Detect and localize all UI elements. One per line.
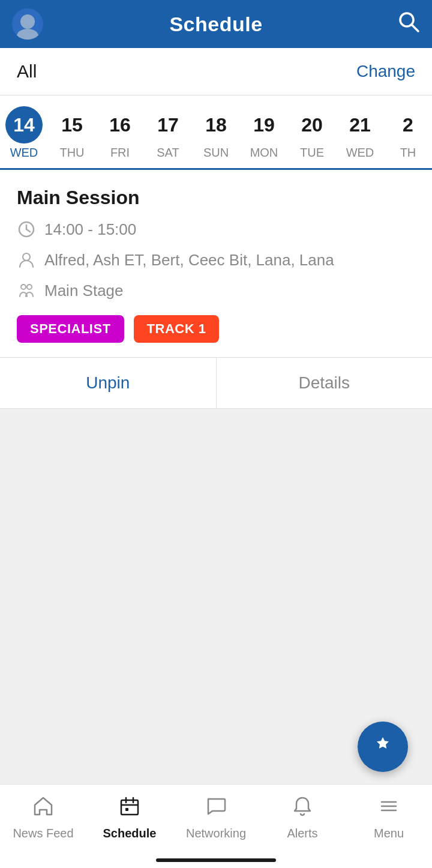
nav-label: Alerts [287,827,317,840]
filter-change-button[interactable]: Change [356,62,415,81]
nav-label: News Feed [13,827,73,840]
session-location-row: Main Stage [17,281,415,303]
filter-bar: All Change [0,48,432,95]
calendar-day-14[interactable]: 14 WED [0,106,48,168]
bottom-navigation: News Feed Schedule Networking Alerts Men… [0,784,432,868]
svg-line-6 [26,229,30,232]
session-speakers-row: Alfred, Ash ET, Bert, Ceec Bit, Lana, La… [17,250,415,273]
nav-label: Menu [374,827,404,840]
bookmark-icon [371,732,395,761]
calendar-day-18[interactable]: 18 SUN [192,106,240,168]
cal-day-number: 16 [101,106,139,143]
app-header: Schedule [0,0,432,48]
page-title: Schedule [169,13,262,36]
session-location: Main Stage [44,281,124,301]
cal-day-label: THU [59,146,84,160]
details-button[interactable]: Details [217,358,433,408]
calendar-day-19[interactable]: 19 MON [240,106,288,168]
cal-day-label: MON [250,146,278,160]
search-icon[interactable] [397,10,420,38]
cal-day-label: SAT [157,146,179,160]
svg-point-0 [20,14,35,29]
calendar-day-15[interactable]: 15 THU [48,106,96,168]
cal-day-number: 21 [341,106,379,143]
nav-item-menu[interactable]: Menu [346,794,432,840]
session-tags: SPECIALISTTRACK 1 [17,315,415,357]
nav-item-alerts[interactable]: Alerts [259,794,346,840]
calendar-day-20[interactable]: 20 TUE [288,106,336,168]
cal-day-number: 15 [53,106,91,143]
svg-point-9 [27,285,32,289]
session-tag-track1: TRACK 1 [134,315,220,343]
session-speakers: Alfred, Ash ET, Bert, Ceec Bit, Lana, La… [44,250,334,271]
cal-day-number: 2 [389,106,427,143]
nav-item-schedule[interactable]: Schedule [86,794,173,840]
cal-day-label: WED [346,146,374,160]
session-card: Main Session 14:00 - 15:00 Alfred, Ash E… [0,170,432,358]
person-icon [17,252,36,273]
bell-icon [290,794,314,822]
session-time-row: 14:00 - 15:00 [17,220,415,242]
svg-rect-10 [121,800,138,815]
calendar-strip: 14 WED 15 THU 16 FRI 17 SAT 18 SUN 19 MO… [0,95,432,170]
nav-item-news-feed[interactable]: News Feed [0,794,86,840]
cal-day-number: 18 [197,106,235,143]
chat-icon [204,794,228,822]
calendar-icon [118,794,142,822]
cal-day-label: TH [400,146,416,160]
pin-fab-button[interactable] [358,722,408,772]
menu-icon [377,794,401,822]
session-time: 14:00 - 15:00 [44,220,136,240]
cal-day-label: TUE [300,146,324,160]
clock-icon [17,221,36,242]
cal-day-number: 19 [245,106,283,143]
nav-item-networking[interactable]: Networking [173,794,259,840]
filter-label: All [17,61,37,82]
session-tag-specialist: SPECIALIST [17,315,124,343]
calendar-day-21[interactable]: 21 WED [336,106,384,168]
unpin-button[interactable]: Unpin [0,358,217,408]
cal-day-number: 17 [149,106,187,143]
session-title: Main Session [17,187,415,209]
home-icon [31,794,55,822]
calendar-day-17[interactable]: 17 SAT [144,106,192,168]
cal-day-label: FRI [110,146,130,160]
home-indicator [156,858,276,862]
cal-day-label: WED [10,146,38,160]
cal-day-label: SUN [203,146,229,160]
svg-rect-14 [125,808,128,811]
user-avatar[interactable] [12,8,43,40]
calendar-day-2[interactable]: 2 TH [384,106,432,168]
svg-point-8 [21,285,26,289]
nav-label: Networking [186,827,246,840]
location-icon [17,282,36,303]
calendar-day-16[interactable]: 16 FRI [96,106,144,168]
cal-day-number: 14 [5,106,43,143]
svg-line-3 [412,25,418,31]
svg-point-7 [23,253,30,261]
svg-point-1 [17,29,38,40]
action-row: Unpin Details [0,358,432,409]
cal-day-number: 20 [293,106,331,143]
nav-label: Schedule [103,827,157,840]
